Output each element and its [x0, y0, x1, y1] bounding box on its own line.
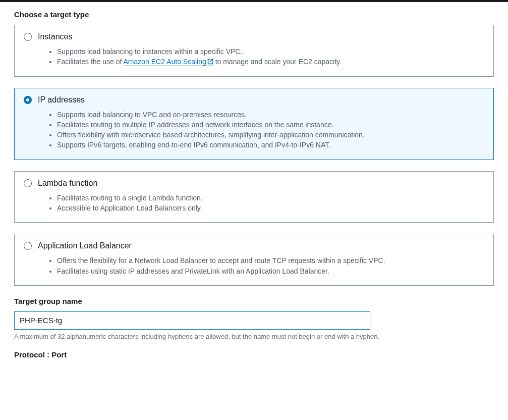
external-link-icon — [207, 59, 213, 65]
bullet: Accessible to Application Load Balancers… — [57, 203, 484, 213]
radio-icon[interactable] — [24, 242, 32, 250]
option-description: Offers the flexibility for a Network Loa… — [24, 255, 484, 276]
bullet: Offers the flexibility for a Network Loa… — [57, 255, 484, 266]
option-description: Supports load balancing to instances wit… — [24, 46, 484, 67]
radio-icon[interactable] — [24, 96, 32, 104]
ec2-autoscaling-link[interactable]: Amazon EC2 Auto Scaling — [124, 58, 213, 66]
radio-icon[interactable] — [24, 33, 32, 41]
option-title: Instances — [38, 32, 72, 41]
target-type-option-lambda[interactable]: Lambda function Facilitates routing to a… — [14, 171, 494, 223]
radio-icon[interactable] — [24, 179, 32, 187]
target-group-name-input[interactable] — [14, 311, 370, 330]
target-type-option-ip-addresses[interactable]: IP addresses Supports load balancing to … — [14, 88, 494, 160]
bullet: Supports IPv6 targets, enabling end-to-e… — [57, 140, 484, 150]
target-type-option-instances[interactable]: Instances Supports load balancing to ins… — [14, 25, 494, 77]
bullet: Supports load balancing to instances wit… — [57, 46, 484, 57]
target-type-option-alb[interactable]: Application Load Balancer Offers the fle… — [14, 234, 494, 286]
bullet: Facilitates routing to a single Lambda f… — [57, 193, 484, 203]
option-description: Supports load balancing to VPC and on-pr… — [24, 110, 484, 150]
target-group-name-hint: A maximum of 32 alphanumeric characters … — [14, 333, 494, 340]
target-group-name-label: Target group name — [14, 297, 494, 305]
bullet: Facilitates routing to multiple IP addre… — [57, 120, 484, 130]
option-title: Lambda function — [38, 179, 97, 188]
section-heading: Choose a target type — [14, 10, 494, 19]
bullet: Facilitates using static IP addresses an… — [57, 266, 484, 276]
bullet: Facilitates the use of Amazon EC2 Auto S… — [57, 57, 484, 67]
option-title: IP addresses — [38, 95, 85, 104]
option-title: Application Load Balancer — [38, 241, 132, 250]
bullet: Offers flexibility with microservice bas… — [57, 130, 484, 140]
protocol-port-label: Protocol : Port — [14, 350, 494, 359]
option-description: Facilitates routing to a single Lambda f… — [24, 193, 484, 214]
bullet: Supports load balancing to VPC and on-pr… — [57, 110, 484, 120]
